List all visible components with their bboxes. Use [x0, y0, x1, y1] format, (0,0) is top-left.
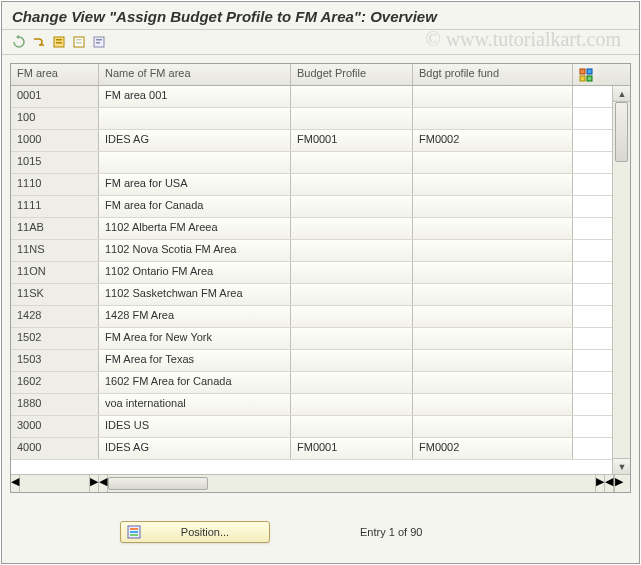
table-row[interactable]: 100: [11, 108, 612, 130]
cell-budget-profile[interactable]: [291, 240, 413, 261]
cell-name: 1102 Nova Scotia FM Area: [99, 240, 291, 261]
scroll-right-icon[interactable]: ▶: [89, 475, 98, 492]
cell-fm-area[interactable]: 11ON: [11, 262, 99, 283]
horizontal-scrollbar[interactable]: ◀ ▶: [99, 475, 604, 492]
scroll-thumb-vertical[interactable]: [615, 102, 628, 162]
cell-fm-area[interactable]: 1015: [11, 152, 99, 173]
cell-budget-profile[interactable]: [291, 218, 413, 239]
cell-bdgt-profile-fund[interactable]: [413, 350, 573, 371]
save-variant-icon[interactable]: [90, 33, 108, 51]
column-header-bdgt-profile-fund[interactable]: Bdgt profile fund: [413, 64, 573, 85]
cell-bdgt-profile-fund[interactable]: [413, 306, 573, 327]
cell-budget-profile[interactable]: [291, 86, 413, 107]
cell-budget-profile[interactable]: FM0001: [291, 438, 413, 459]
cell-budget-profile[interactable]: [291, 262, 413, 283]
cell-bdgt-profile-fund[interactable]: [413, 416, 573, 437]
table-row[interactable]: 14281428 FM Area: [11, 306, 612, 328]
table-row[interactable]: 3000IDES US: [11, 416, 612, 438]
table-row[interactable]: 4000IDES AGFM0001FM0002: [11, 438, 612, 460]
cell-fm-area[interactable]: 11NS: [11, 240, 99, 261]
table-row[interactable]: 1111FM area for Canada: [11, 196, 612, 218]
cell-bdgt-profile-fund[interactable]: [413, 108, 573, 129]
cell-bdgt-profile-fund[interactable]: [413, 240, 573, 261]
cell-bdgt-profile-fund[interactable]: [413, 372, 573, 393]
cell-budget-profile[interactable]: [291, 196, 413, 217]
scroll-down-icon[interactable]: ▼: [613, 458, 630, 474]
position-button[interactable]: Position...: [120, 521, 270, 543]
scroll-up-icon[interactable]: ▲: [613, 86, 630, 102]
entry-counter: Entry 1 of 90: [360, 526, 422, 538]
cell-fm-area[interactable]: 1111: [11, 196, 99, 217]
cell-fm-area[interactable]: 1110: [11, 174, 99, 195]
cell-budget-profile[interactable]: [291, 152, 413, 173]
cell-budget-profile[interactable]: [291, 328, 413, 349]
table-row[interactable]: 1015: [11, 152, 612, 174]
table-row[interactable]: 1880voa international: [11, 394, 612, 416]
table-row[interactable]: 1000IDES AGFM0001FM0002: [11, 130, 612, 152]
cell-budget-profile[interactable]: [291, 284, 413, 305]
cell-name: voa international: [99, 394, 291, 415]
cell-name: 1428 FM Area: [99, 306, 291, 327]
cell-bdgt-profile-fund[interactable]: [413, 174, 573, 195]
cell-budget-profile[interactable]: [291, 416, 413, 437]
cell-bdgt-profile-fund[interactable]: [413, 284, 573, 305]
cell-budget-profile[interactable]: [291, 174, 413, 195]
cell-budget-profile[interactable]: [291, 372, 413, 393]
cell-budget-profile[interactable]: [291, 350, 413, 371]
table-row[interactable]: 11SK1102 Sasketchwan FM Area: [11, 284, 612, 306]
cell-bdgt-profile-fund[interactable]: [413, 328, 573, 349]
cell-fm-area[interactable]: 100: [11, 108, 99, 129]
cell-fm-area[interactable]: 11AB: [11, 218, 99, 239]
cell-fm-area[interactable]: 1428: [11, 306, 99, 327]
cell-budget-profile[interactable]: [291, 108, 413, 129]
cell-fm-area[interactable]: 3000: [11, 416, 99, 437]
cell-bdgt-profile-fund[interactable]: [413, 86, 573, 107]
table-row[interactable]: 0001FM area 001: [11, 86, 612, 108]
cell-fm-area[interactable]: 1503: [11, 350, 99, 371]
data-table: FM area Name of FM area Budget Profile B…: [10, 63, 631, 493]
scroll-thumb-horizontal[interactable]: [108, 477, 208, 490]
cell-bdgt-profile-fund[interactable]: [413, 218, 573, 239]
cell-name: IDES AG: [99, 438, 291, 459]
cell-fm-area[interactable]: 1602: [11, 372, 99, 393]
cell-fm-area[interactable]: 1880: [11, 394, 99, 415]
table-row[interactable]: 1502FM Area for New York: [11, 328, 612, 350]
cell-fm-area[interactable]: 1502: [11, 328, 99, 349]
cell-budget-profile[interactable]: [291, 306, 413, 327]
scroll-left-icon[interactable]: ◀: [99, 475, 108, 492]
toggle-icon[interactable]: [30, 33, 48, 51]
cell-fm-area[interactable]: 1000: [11, 130, 99, 151]
undo-icon[interactable]: [10, 33, 28, 51]
cell-budget-profile[interactable]: FM0001: [291, 130, 413, 151]
table-row[interactable]: 11ON1102 Ontario FM Area: [11, 262, 612, 284]
cell-bdgt-profile-fund[interactable]: [413, 394, 573, 415]
cell-bdgt-profile-fund[interactable]: [413, 196, 573, 217]
cell-budget-profile[interactable]: [291, 394, 413, 415]
toolbar: [2, 30, 639, 54]
cell-fm-area[interactable]: 4000: [11, 438, 99, 459]
scroll-right-icon[interactable]: ▶: [614, 475, 623, 492]
table-row[interactable]: 1503FM Area for Texas: [11, 350, 612, 372]
select-all-icon[interactable]: [50, 33, 68, 51]
column-header-name[interactable]: Name of FM area: [99, 64, 291, 85]
table-row[interactable]: 1110FM area for USA: [11, 174, 612, 196]
column-header-budget-profile[interactable]: Budget Profile: [291, 64, 413, 85]
svg-rect-1: [56, 39, 62, 41]
cell-bdgt-profile-fund[interactable]: [413, 152, 573, 173]
column-header-fm-area[interactable]: FM area: [11, 64, 99, 85]
deselect-all-icon[interactable]: [70, 33, 88, 51]
scroll-right-icon[interactable]: ▶: [595, 475, 604, 492]
cell-bdgt-profile-fund[interactable]: FM0002: [413, 438, 573, 459]
cell-bdgt-profile-fund[interactable]: FM0002: [413, 130, 573, 151]
table-row[interactable]: 11AB1102 Alberta FM Areea: [11, 218, 612, 240]
vertical-scrollbar[interactable]: ▲ ▼: [612, 86, 630, 474]
table-row[interactable]: 11NS1102 Nova Scotia FM Area: [11, 240, 612, 262]
cell-fm-area[interactable]: 0001: [11, 86, 99, 107]
cell-fm-area[interactable]: 11SK: [11, 284, 99, 305]
cell-bdgt-profile-fund[interactable]: [413, 262, 573, 283]
table-row[interactable]: 16021602 FM Area for Canada: [11, 372, 612, 394]
scroll-left-icon[interactable]: ◀: [605, 475, 614, 492]
scroll-left-icon[interactable]: ◀: [11, 475, 20, 492]
cell-name: 1102 Alberta FM Areea: [99, 218, 291, 239]
table-config-button[interactable]: [573, 64, 599, 85]
